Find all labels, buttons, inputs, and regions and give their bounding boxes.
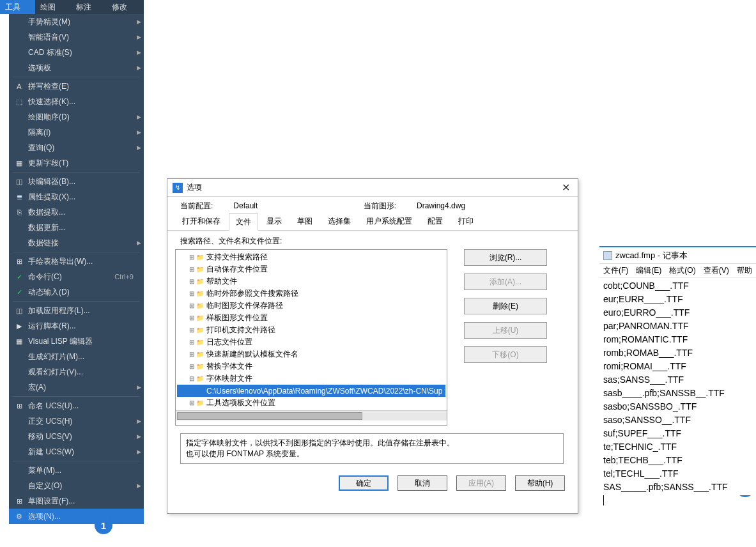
tree-node[interactable]: ⊞📁样板图形文件位置: [177, 312, 445, 324]
plus-icon[interactable]: ⊞: [187, 327, 196, 334]
tree-node[interactable]: ⊞📁临时外部参照文件搜索路径: [177, 288, 445, 300]
tree-node[interactable]: ⊞📁帮助文件: [177, 275, 445, 288]
side-button[interactable]: 上移(U): [464, 322, 547, 339]
menu-item[interactable]: 隔离(I)▶: [9, 125, 144, 140]
menu-item[interactable]: 菜单(M)...: [9, 463, 144, 478]
plus-icon[interactable]: ⊞: [187, 314, 196, 321]
close-icon[interactable]: ✕: [559, 181, 573, 194]
menu-item[interactable]: ▦更新字段(T): [9, 155, 144, 171]
chevron-right-icon: ▶: [137, 449, 141, 455]
minus-icon[interactable]: ⊟: [187, 375, 196, 382]
tab-1[interactable]: 文件: [229, 213, 258, 231]
menu-item-label: 数据更新...: [27, 222, 141, 233]
tree-leaf-selected[interactable]: C:\Users\lenovo\AppData\Roaming\ZWSoft\Z…: [177, 385, 445, 397]
menubar-item[interactable]: 修改(M): [107, 0, 144, 14]
menu-item-label: 绘图顺序(D): [27, 112, 141, 123]
plus-icon[interactable]: ⊞: [187, 278, 196, 285]
menu-item[interactable]: CAD 标准(S)▶: [9, 45, 144, 60]
menu-item[interactable]: ▶运行脚本(R)...: [9, 318, 144, 334]
menu-item[interactable]: 选项板▶: [9, 60, 144, 75]
tab-2[interactable]: 显示: [259, 213, 289, 230]
menu-item[interactable]: 宏(A)▶: [9, 380, 144, 395]
notepad-body[interactable]: cobt;COUNB___.TTF eur;EURR____.TTF euro;…: [599, 278, 756, 509]
plus-icon[interactable]: ⊞: [187, 351, 196, 358]
menu-item[interactable]: 数据更新...: [9, 220, 144, 235]
folder-icon: 📁: [196, 278, 204, 285]
menu-item[interactable]: ⚙选项(N)...: [9, 509, 144, 524]
scr-icon: ▶: [12, 322, 27, 330]
plus-icon[interactable]: ⊞: [187, 363, 196, 370]
notepad-menu-item[interactable]: 查看(V): [704, 265, 729, 276]
tab-3[interactable]: 草图: [290, 213, 320, 230]
cancel-button[interactable]: 取消: [397, 475, 447, 491]
menu-item[interactable]: 自定义(O)▶: [9, 478, 144, 493]
menu-item[interactable]: ⬚快速选择(K)...: [9, 94, 144, 109]
tree-node[interactable]: ⊞📁自动保存文件位置: [177, 263, 445, 275]
menu-item[interactable]: 生成幻灯片(M)...: [9, 349, 144, 364]
folder-icon: 📁: [196, 339, 204, 346]
menu-item[interactable]: ✓动态输入(D): [9, 284, 144, 300]
menubar-item[interactable]: 标注(N): [71, 0, 107, 14]
help-button[interactable]: 帮助(H): [515, 475, 565, 491]
menubar-item[interactable]: 绘图(D): [35, 0, 71, 14]
menu-item[interactable]: 正交 UCS(H)▶: [9, 413, 144, 429]
tree-node[interactable]: ⊞📁临时图形文件保存路径: [177, 300, 445, 312]
notepad-menu-item[interactable]: 文件(F): [603, 265, 628, 276]
tree-node[interactable]: ⊞📁日志文件位置: [177, 336, 445, 348]
tree-node-label: 日志文件位置: [206, 337, 252, 348]
tree-node[interactable]: ⊞📁替换字体文件: [177, 360, 445, 373]
menu-item[interactable]: 手势精灵(M)▶: [9, 14, 144, 29]
plus-icon[interactable]: ⊞: [187, 302, 196, 309]
tree-node[interactable]: ⊞📁支持文件搜索路径: [177, 251, 445, 263]
tab-5[interactable]: 用户系统配置: [359, 213, 419, 230]
menu-item[interactable]: ✓命令行(C)Ctrl+9: [9, 269, 144, 284]
tab-6[interactable]: 配置: [420, 213, 450, 230]
ok-button[interactable]: 确定: [339, 475, 389, 491]
tab-7[interactable]: 打印: [451, 213, 481, 230]
plus-icon[interactable]: ⊞: [187, 339, 196, 346]
menu-item[interactable]: ≣属性提取(X)...: [9, 189, 144, 204]
horizontal-scrollbar[interactable]: [176, 410, 447, 420]
menu-item[interactable]: 移动 UCS(V)▶: [9, 429, 144, 444]
tab-4[interactable]: 选择集: [321, 213, 358, 230]
menu-item[interactable]: 查询(Q)▶: [9, 140, 144, 155]
menu-item[interactable]: ⎘数据提取...: [9, 204, 144, 220]
notepad-menu-item[interactable]: 编辑(E): [636, 265, 661, 276]
menu-item[interactable]: ▦Visual LISP 编辑器: [9, 334, 144, 349]
apply-button[interactable]: 应用(A): [456, 475, 506, 491]
tree-node-label: 临时图形文件保存路径: [206, 300, 283, 311]
menu-item[interactable]: 新建 UCS(W)▶: [9, 444, 144, 459]
menu-shortcut: Ctrl+9: [114, 273, 141, 281]
menu-item-label: 数据链接: [27, 238, 141, 249]
dialog-title: 选项: [187, 182, 559, 193]
menu-item[interactable]: ⊞手绘表格导出(W)...: [9, 254, 144, 269]
tree-node[interactable]: ⊟📁字体映射文件: [177, 373, 445, 385]
notepad-menu-item[interactable]: 帮助: [737, 265, 752, 276]
menubar-item[interactable]: 工具(T): [0, 0, 35, 14]
menu-item-label: 运行脚本(R)...: [27, 321, 141, 332]
menu-item[interactable]: 绘图顺序(D)▶: [9, 109, 144, 125]
menu-item[interactable]: 观看幻灯片(V)...: [9, 364, 144, 380]
plus-icon[interactable]: ⊞: [187, 266, 196, 273]
tree-node[interactable]: ⊞📁打印机支持文件路径: [177, 324, 445, 336]
plus-icon[interactable]: ⊞: [187, 290, 196, 297]
side-button[interactable]: 下移(O): [464, 346, 547, 363]
tab-0[interactable]: 打开和保存: [175, 213, 228, 230]
side-button[interactable]: 添加(A)...: [464, 274, 547, 290]
menu-item[interactable]: ◫块编辑器(B)...: [9, 174, 144, 189]
notepad-menu-item[interactable]: 格式(O): [669, 265, 695, 276]
tree-node[interactable]: ⊞📁快速新建的默认模板文件名: [177, 348, 445, 360]
opt-icon: ⚙: [12, 512, 27, 521]
menu-item[interactable]: ⊞草图设置(F)...: [9, 493, 144, 509]
menu-item[interactable]: ◫加载应用程序(L)...: [9, 303, 144, 318]
tree-node[interactable]: ⊞📁工具选项板文件位置: [177, 397, 445, 409]
menu-item[interactable]: ⊞命名 UCS(U)...: [9, 398, 144, 413]
side-button[interactable]: 删除(E): [464, 298, 547, 314]
side-button[interactable]: 浏览(R)...: [464, 249, 547, 266]
menu-item[interactable]: A拼写检查(E): [9, 79, 144, 94]
menu-item[interactable]: 数据链接▶: [9, 235, 144, 250]
scroll-thumb[interactable]: [177, 412, 362, 420]
plus-icon[interactable]: ⊞: [187, 254, 196, 261]
plus-icon[interactable]: ⊞: [187, 399, 196, 406]
menu-item[interactable]: 智能语音(V)▶: [9, 29, 144, 45]
